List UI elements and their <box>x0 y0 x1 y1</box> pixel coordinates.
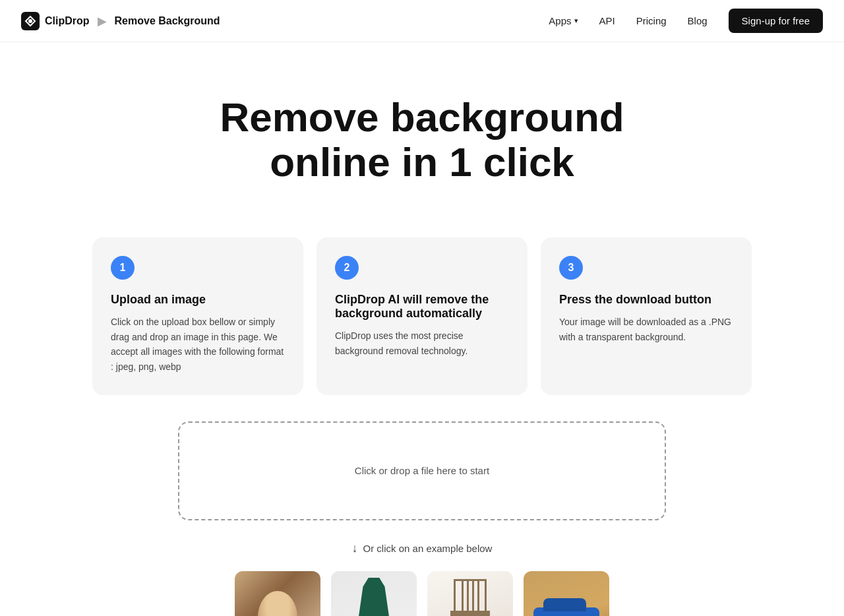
chair-back-slat-3 <box>472 580 474 613</box>
arrow-down-icon: ↓ <box>352 541 358 555</box>
nav-right: Apps ▾ API Pricing Blog Sign-up for free <box>549 9 823 33</box>
chair-back-slat-1 <box>462 580 464 613</box>
apps-dropdown-icon: ▾ <box>574 16 578 25</box>
dropzone[interactable]: Click or drop a file here to start <box>178 421 666 520</box>
nav-link-pricing[interactable]: Pricing <box>636 15 667 26</box>
chair-back-slat-2 <box>467 580 469 613</box>
examples-grid <box>13 571 831 616</box>
step-badge-1: 1 <box>111 256 135 280</box>
dress-shape <box>356 578 392 616</box>
chair-back <box>454 579 487 612</box>
clipdrop-logo-icon[interactable] <box>21 12 40 30</box>
step-card-3: 3 Press the download button Your image w… <box>541 237 752 395</box>
dropzone-wrapper: Click or drop a file here to start <box>165 421 679 520</box>
step-desc-2: ClipDrop uses the most precise backgroun… <box>335 328 509 358</box>
step-desc-3: Your image will be downloaded as a .PNG … <box>559 315 733 344</box>
examples-hint: ↓ Or click on an example below <box>352 541 493 555</box>
nav-logo-link[interactable]: ClipDrop <box>45 15 90 27</box>
nav-link-api[interactable]: API <box>599 15 615 26</box>
step-badge-2: 2 <box>335 256 359 280</box>
car-shape <box>533 607 599 616</box>
example-thumb-person[interactable] <box>235 571 320 616</box>
svg-point-1 <box>28 19 32 23</box>
step-card-1: 1 Upload an image Click on the upload bo… <box>92 237 303 395</box>
signup-button[interactable]: Sign-up for free <box>729 9 823 33</box>
nav-link-blog[interactable]: Blog <box>688 15 708 26</box>
step-title-2: ClipDrop AI will remove the background a… <box>335 293 509 321</box>
hero-section: Remove background online in 1 click <box>0 42 844 211</box>
example-thumb-chair[interactable] <box>427 571 513 616</box>
chair-shape <box>450 579 490 616</box>
steps-section: 1 Upload an image Click on the upload bo… <box>79 211 765 421</box>
chair-seat <box>450 611 490 616</box>
nav-link-apps[interactable]: Apps ▾ <box>549 15 578 26</box>
chair-back-slat-4 <box>477 580 479 613</box>
nav-page-title: Remove Background <box>115 15 220 27</box>
step-desc-1: Click on the upload box bellow or simply… <box>111 315 285 374</box>
step-title-1: Upload an image <box>111 293 285 307</box>
example-thumb-dress[interactable] <box>331 571 417 616</box>
step-badge-3: 3 <box>559 256 583 280</box>
nav-left: ClipDrop ▶ Remove Background <box>21 12 220 30</box>
step-card-2: 2 ClipDrop AI will remove the background… <box>316 237 528 395</box>
examples-section: ↓ Or click on an example below <box>0 531 844 616</box>
dropzone-label: Click or drop a file here to start <box>355 465 489 476</box>
step-title-3: Press the download button <box>559 293 733 307</box>
hero-heading: Remove background online in 1 click <box>191 95 653 185</box>
navbar: ClipDrop ▶ Remove Background Apps ▾ API … <box>0 0 844 42</box>
example-thumb-car[interactable] <box>524 571 609 616</box>
nav-breadcrumb-separator: ▶ <box>98 14 107 28</box>
